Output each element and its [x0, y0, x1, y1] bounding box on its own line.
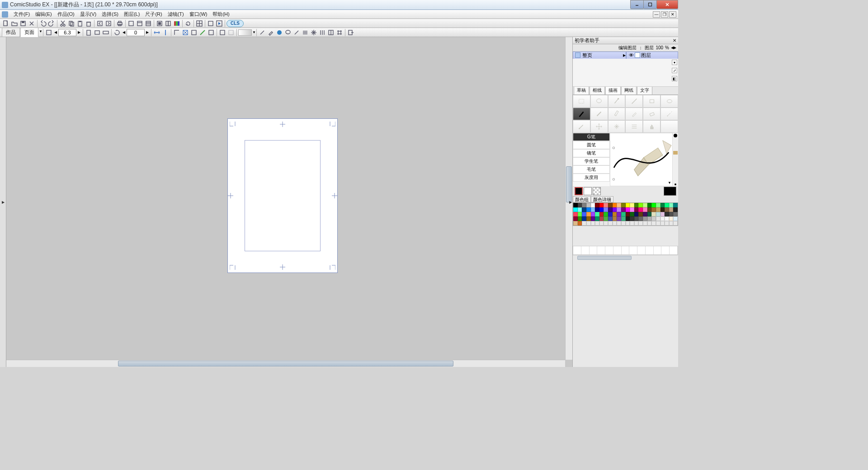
- palette-grid[interactable]: [573, 202, 678, 226]
- palette-cell[interactable]: [673, 212, 678, 216]
- tab-work[interactable]: 作品: [2, 28, 20, 37]
- palette-cell[interactable]: [582, 207, 586, 212]
- tool-tab-1[interactable]: 框线: [590, 86, 605, 94]
- transparent-swatch[interactable]: [593, 187, 601, 195]
- palette-cell[interactable]: [630, 212, 634, 216]
- tool-line-icon[interactable]: [625, 95, 643, 108]
- print-icon[interactable]: [116, 19, 124, 28]
- rot-step-down-icon[interactable]: ◀: [122, 29, 126, 36]
- thumb-cell[interactable]: [646, 246, 654, 254]
- props-3-icon[interactable]: [144, 19, 152, 28]
- palette-cell[interactable]: [660, 207, 665, 212]
- palette-cell[interactable]: [673, 207, 678, 212]
- tool-burst-icon[interactable]: [608, 120, 626, 133]
- menu-9[interactable]: 帮助(H): [210, 10, 232, 19]
- palette-cell[interactable]: [608, 207, 613, 212]
- thumb-cell[interactable]: [661, 246, 670, 254]
- button-a-icon[interactable]: [207, 19, 215, 28]
- palette-cell[interactable]: [578, 207, 582, 212]
- pen-4[interactable]: 毛笔: [573, 165, 610, 174]
- tool-eraser-icon[interactable]: [643, 108, 660, 120]
- maximize-button[interactable]: [643, 0, 657, 9]
- palette-cell[interactable]: [613, 207, 617, 212]
- palette-cell[interactable]: [591, 203, 595, 207]
- zoom-step-down-icon[interactable]: ◀: [53, 29, 58, 36]
- horizontal-scrollbar[interactable]: [6, 360, 565, 367]
- layer-box-icon[interactable]: [635, 52, 640, 58]
- actual-icon[interactable]: [93, 28, 101, 37]
- pen-3[interactable]: 学生笔: [573, 157, 610, 165]
- flip-h-icon[interactable]: [153, 28, 161, 37]
- tool-tab-2[interactable]: 描画: [605, 86, 621, 94]
- tool-tab-0[interactable]: 草稿: [574, 86, 589, 94]
- palette-cell[interactable]: [599, 221, 604, 226]
- palette-cell[interactable]: [604, 221, 608, 226]
- palette-cell[interactable]: [651, 216, 656, 221]
- palette-cell[interactable]: [573, 212, 578, 216]
- view-1-icon[interactable]: [156, 19, 164, 28]
- fit-width-icon[interactable]: [102, 28, 110, 37]
- thumb-cell[interactable]: [613, 246, 622, 254]
- palette-cell[interactable]: [617, 203, 621, 207]
- palette-cell[interactable]: [578, 216, 582, 221]
- guide-2-icon[interactable]: [190, 28, 198, 37]
- palette-cell[interactable]: [582, 221, 586, 226]
- tool-pencil-icon[interactable]: [590, 108, 608, 120]
- cls-badge[interactable]: CLS: [226, 20, 244, 27]
- palette-cell[interactable]: [573, 216, 578, 221]
- palette-cell[interactable]: [621, 207, 626, 212]
- layers-icon[interactable]: [195, 19, 203, 28]
- tool-move-icon[interactable]: [590, 120, 608, 133]
- paste-icon[interactable]: [76, 19, 84, 28]
- minimize-button[interactable]: [630, 0, 644, 9]
- mdi-minimize-button[interactable]: —: [653, 11, 660, 18]
- palette-cell[interactable]: [586, 216, 591, 221]
- palette-cell[interactable]: [599, 216, 604, 221]
- palette-cell[interactable]: [591, 207, 595, 212]
- palette-cell[interactable]: [626, 216, 630, 221]
- thumb-cell[interactable]: [629, 246, 637, 254]
- tool-wand-icon[interactable]: [608, 95, 626, 108]
- palette-cell[interactable]: [617, 221, 621, 226]
- palette-cell[interactable]: [656, 212, 660, 216]
- tool-marquee-icon[interactable]: [573, 95, 590, 108]
- pen-preview-dropdown-icon[interactable]: ▼: [668, 181, 671, 185]
- palette-cell[interactable]: [626, 207, 630, 212]
- palette-cell[interactable]: [613, 221, 617, 226]
- layer-expand-icon[interactable]: ▶: [623, 53, 626, 57]
- tool-dropper-icon[interactable]: [573, 120, 590, 133]
- palette-cell[interactable]: [665, 221, 669, 226]
- shape-tool-icon[interactable]: [275, 28, 283, 37]
- pen-1[interactable]: 圆笔: [573, 141, 610, 149]
- palette-cell[interactable]: [626, 203, 630, 207]
- tab-dropdown-icon[interactable]: ▼: [39, 29, 42, 36]
- lines-tool-icon[interactable]: [301, 28, 309, 37]
- right-collapse-button[interactable]: [568, 37, 573, 367]
- left-collapse-button[interactable]: [0, 37, 6, 367]
- fg-color-swatch[interactable]: [575, 187, 583, 195]
- palette-cell[interactable]: [613, 216, 617, 221]
- opacity-slider[interactable]: [238, 29, 252, 36]
- palette-cell[interactable]: [604, 212, 608, 216]
- palette-cell[interactable]: [651, 207, 656, 212]
- opacity-spinner-icon[interactable]: ◀▶: [671, 46, 676, 50]
- palette-tab-group[interactable]: 颜色组: [573, 196, 591, 202]
- bg-color-swatch[interactable]: [584, 187, 592, 195]
- palette-cell[interactable]: [634, 203, 639, 207]
- tool-marker-icon[interactable]: [608, 108, 626, 120]
- rotate-icon[interactable]: [113, 28, 121, 37]
- beginner-panel-title[interactable]: 初学者助手 ✕: [573, 37, 678, 44]
- palette-cell[interactable]: [573, 203, 578, 207]
- tool-rect-icon[interactable]: [643, 95, 660, 108]
- palette-cell[interactable]: [673, 216, 678, 221]
- size-slider[interactable]: [673, 133, 678, 186]
- delete-icon[interactable]: [28, 19, 36, 28]
- thumbnails-scrollbar[interactable]: [573, 255, 678, 260]
- menu-0[interactable]: 文件(F): [11, 10, 33, 19]
- palette-cell[interactable]: [660, 203, 665, 207]
- tool-airbrush-icon[interactable]: [660, 108, 678, 120]
- open-icon[interactable]: [10, 19, 19, 28]
- palette-cell[interactable]: [643, 212, 647, 216]
- palette-cell[interactable]: [647, 216, 652, 221]
- palette-cell[interactable]: [656, 207, 660, 212]
